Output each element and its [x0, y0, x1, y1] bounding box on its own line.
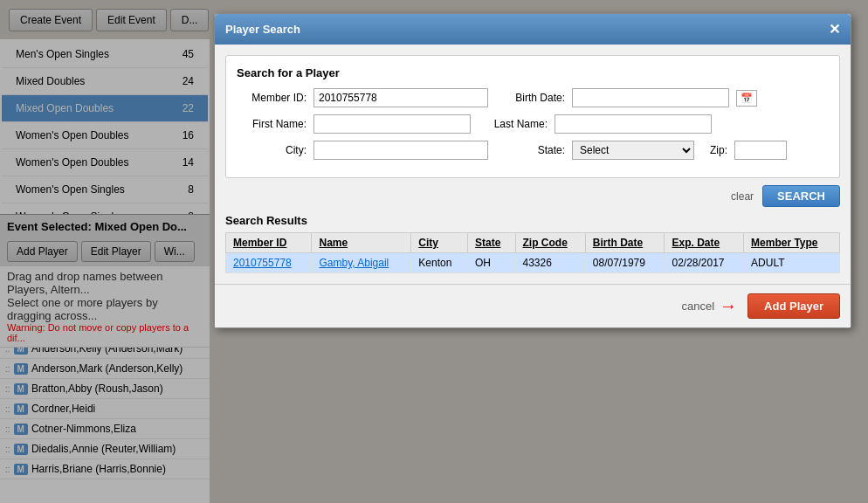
table-cell: Kenton — [411, 253, 468, 273]
table-row[interactable]: 2010755778Gamby, AbigailKentonOH4332608/… — [226, 253, 840, 273]
table-cell[interactable]: 2010755778 — [226, 253, 312, 273]
first-name-label: First Name: — [237, 118, 307, 130]
table-cell: OH — [468, 253, 515, 273]
search-section: Search for a Player Member ID: Birth Dat… — [225, 55, 840, 178]
state-label: State: — [495, 144, 565, 156]
results-header-row: Member IDNameCityStateZip CodeBirth Date… — [226, 233, 840, 253]
form-row-1: Member ID: Birth Date: 📅 — [237, 88, 829, 107]
results-column-header[interactable]: Zip Code — [515, 233, 585, 253]
birth-date-label: Birth Date: — [495, 92, 565, 104]
add-player-button[interactable]: Add Player — [747, 293, 840, 319]
city-label: City: — [237, 144, 307, 156]
results-title: Search Results — [225, 214, 840, 227]
table-cell: 08/07/1979 — [585, 253, 665, 273]
cancel-text: cancel — [682, 300, 715, 313]
cancel-area: cancel → — [682, 296, 738, 316]
last-name-label: Last Name: — [478, 118, 548, 130]
table-cell: 02/28/2017 — [665, 253, 744, 273]
last-name-input[interactable] — [555, 114, 712, 134]
search-section-title: Search for a Player — [237, 66, 829, 79]
player-search-modal: Player Search ✕ Search for a Player Memb… — [214, 13, 851, 328]
modal-close-button[interactable]: ✕ — [829, 21, 840, 38]
results-column-header[interactable]: Name — [312, 233, 411, 253]
modal-title-bar: Player Search ✕ — [215, 14, 851, 45]
form-row-3: City: State: Select OH IN KY Zip: — [237, 141, 829, 160]
search-actions-bar: clear SEARCH — [225, 185, 840, 207]
city-input[interactable] — [313, 141, 488, 160]
birth-date-input[interactable] — [572, 88, 729, 107]
form-row-2: First Name: Last Name: — [237, 114, 829, 134]
search-button[interactable]: SEARCH — [762, 185, 840, 207]
calendar-button[interactable]: 📅 — [736, 90, 757, 107]
zip-input[interactable] — [734, 141, 787, 160]
modal-body: Search for a Player Member ID: Birth Dat… — [215, 45, 851, 284]
modal-footer: cancel → Add Player — [215, 284, 851, 327]
results-table-body: 2010755778Gamby, AbigailKentonOH4332608/… — [226, 253, 840, 273]
results-column-header[interactable]: Member ID — [226, 233, 312, 253]
member-id-input[interactable] — [313, 88, 488, 107]
results-column-header[interactable]: State — [468, 233, 515, 253]
results-table: Member IDNameCityStateZip CodeBirth Date… — [225, 232, 840, 273]
results-column-header[interactable]: City — [411, 233, 468, 253]
results-column-header[interactable]: Exp. Date — [665, 233, 744, 253]
arrow-right-icon: → — [720, 296, 737, 316]
state-select[interactable]: Select OH IN KY — [572, 141, 694, 160]
zip-label: Zip: — [701, 144, 727, 156]
results-column-header[interactable]: Member Type — [744, 233, 840, 253]
clear-link[interactable]: clear — [731, 190, 754, 203]
table-cell[interactable]: Gamby, Abigail — [312, 253, 411, 273]
table-cell: ADULT — [744, 253, 840, 273]
results-column-header[interactable]: Birth Date — [585, 233, 665, 253]
member-id-label: Member ID: — [237, 92, 307, 104]
results-section: Search Results Member IDNameCityStateZip… — [225, 214, 840, 273]
results-table-head: Member IDNameCityStateZip CodeBirth Date… — [226, 233, 840, 253]
table-cell: 43326 — [515, 253, 585, 273]
first-name-input[interactable] — [313, 114, 471, 134]
modal-title: Player Search — [225, 23, 300, 36]
